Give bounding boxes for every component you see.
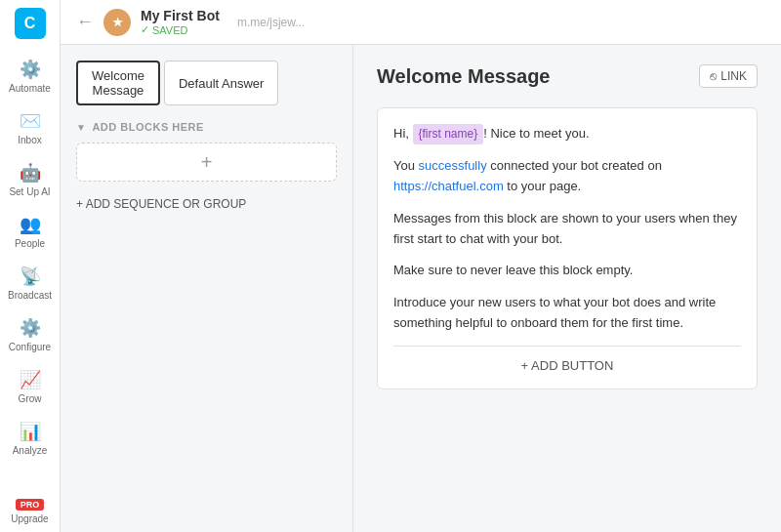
logo: C <box>15 8 46 39</box>
sidebar-item-automate[interactable]: ⚙️ Automate <box>0 51 60 102</box>
sidebar-item-broadcast[interactable]: 📡 Broadcast <box>0 258 60 309</box>
add-sequence-button[interactable]: + ADD SEQUENCE OR GROUP <box>76 197 337 211</box>
sidebar-item-label: Automate <box>9 83 51 95</box>
first-name-tag: {first name} <box>413 124 484 144</box>
link-label: LINK <box>720 69 747 83</box>
sidebar-item-inbox[interactable]: ✉️ Inbox <box>0 102 60 154</box>
message-paragraph-3: Make sure to never leave this block empt… <box>393 261 741 281</box>
sidebar-item-configure[interactable]: ⚙️ Configure <box>0 309 60 361</box>
saved-status: ✓ SAVED <box>141 23 220 36</box>
sidebar-item-people[interactable]: 👥 People <box>0 206 60 258</box>
panel-title: Welcome Message <box>377 65 551 88</box>
sidebar-item-label: Grow <box>19 393 42 405</box>
message-paragraph-1: You successfully connected your bot crea… <box>393 156 741 197</box>
upgrade-label: Upgrade <box>11 513 48 524</box>
sidebar-item-setup-ai[interactable]: 🤖 Set Up AI <box>0 154 60 206</box>
sidebar-item-analyze[interactable]: 📊 Analyze <box>0 413 60 465</box>
link-icon: ⎋ <box>710 69 717 83</box>
add-block-button[interactable]: + <box>76 143 337 182</box>
tab-welcome[interactable]: WelcomeMessage <box>76 61 160 105</box>
automate-icon: ⚙️ <box>20 59 41 80</box>
message-card: Hi, {first name}! Nice to meet you. You … <box>377 107 758 389</box>
pro-badge: PRO <box>16 499 45 511</box>
sidebar-item-label: Broadcast <box>8 290 52 302</box>
sidebar-item-label: Configure <box>9 342 51 353</box>
configure-icon: ⚙️ <box>20 317 41 339</box>
avatar: ★ <box>103 9 131 36</box>
tab-default-answer[interactable]: Default Answer <box>164 61 278 105</box>
sidebar: C ⚙️ Automate ✉️ Inbox 🤖 Set Up AI 👥 Peo… <box>0 0 61 532</box>
sidebar-item-label: Inbox <box>18 135 41 146</box>
sidebar-item-label: People <box>15 238 45 250</box>
upgrade-section[interactable]: PRO Upgrade <box>11 499 48 524</box>
chevron-down-icon: ▼ <box>76 122 86 133</box>
back-button[interactable]: ← <box>76 12 94 32</box>
tabs-row: WelcomeMessage Default Answer <box>76 61 337 105</box>
message-paragraph-2: Messages from this block are shown to yo… <box>393 209 741 250</box>
check-icon: ✓ <box>141 23 149 36</box>
right-panel-header: Welcome Message ⎋ LINK <box>377 64 758 88</box>
greeting-paragraph: Hi, {first name}! Nice to meet you. <box>393 124 741 144</box>
plus-icon: + <box>201 151 213 174</box>
content: WelcomeMessage Default Answer ▼ ADD BLOC… <box>61 45 781 532</box>
bot-name: My First Bot <box>141 8 220 23</box>
link-button[interactable]: ⎋ LINK <box>699 64 758 88</box>
message-paragraph-4: Introduce your new users to what your bo… <box>393 293 741 334</box>
people-icon: 👥 <box>20 214 41 235</box>
main-area: ← ★ My First Bot ✓ SAVED m.me/jsjew... W… <box>61 0 781 532</box>
add-blocks-header: ▼ ADD BLOCKS HERE <box>76 121 337 133</box>
inbox-icon: ✉️ <box>20 110 41 132</box>
right-panel: Welcome Message ⎋ LINK Hi, {first name}!… <box>353 45 781 532</box>
middle-panel: WelcomeMessage Default Answer ▼ ADD BLOC… <box>61 45 353 532</box>
add-button-label: + ADD BUTTON <box>521 358 614 373</box>
add-blocks-label: ADD BLOCKS HERE <box>92 121 203 133</box>
title-area: My First Bot ✓ SAVED <box>141 8 220 36</box>
analyze-icon: 📊 <box>20 421 41 442</box>
broadcast-icon: 📡 <box>20 266 41 287</box>
page-link[interactable]: m.me/jsjew... <box>237 16 305 29</box>
sidebar-item-grow[interactable]: 📈 Grow <box>0 361 60 413</box>
grow-icon: 📈 <box>20 369 41 390</box>
header: ← ★ My First Bot ✓ SAVED m.me/jsjew... <box>61 0 781 45</box>
sidebar-item-label: Analyze <box>13 445 48 457</box>
add-button-row[interactable]: + ADD BUTTON <box>393 346 741 373</box>
sidebar-item-label: Set Up AI <box>9 186 50 198</box>
add-sequence-label: + ADD SEQUENCE OR GROUP <box>76 197 246 211</box>
setup-ai-icon: 🤖 <box>20 162 41 184</box>
